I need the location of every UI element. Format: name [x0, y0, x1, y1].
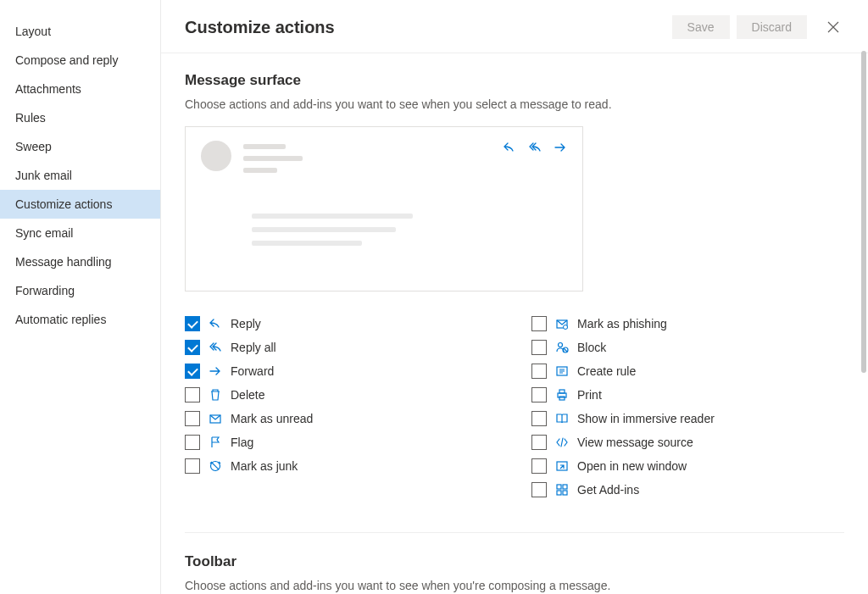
main-panel: Customize actions Save Discard Message s…: [161, 0, 868, 594]
avatar: [201, 141, 231, 171]
close-button[interactable]: [822, 16, 844, 38]
section-title-surface: Message surface: [185, 72, 844, 89]
option-flag: Flag: [185, 430, 498, 454]
options-col-right: Mark as phishingBlockCreate rulePrintSho…: [531, 312, 844, 502]
save-button[interactable]: Save: [672, 15, 730, 39]
reply-all-icon: [528, 141, 542, 154]
rule-icon: [555, 364, 569, 378]
svg-rect-10: [557, 462, 567, 470]
checkbox-forward[interactable]: [185, 364, 200, 379]
junk-icon: [209, 459, 222, 473]
option-label: Open in new window: [577, 459, 687, 473]
sidebar-item-sync-email[interactable]: Sync email: [0, 219, 160, 247]
option-label: Show in immersive reader: [577, 412, 715, 425]
checkbox-view-message-source[interactable]: [531, 435, 547, 450]
sidebar-item-layout[interactable]: Layout: [0, 17, 160, 46]
sidebar-item-attachments[interactable]: Attachments: [0, 75, 160, 103]
options-col-left: ReplyReply allForwardDeleteMark as unrea…: [185, 312, 498, 502]
preview-header-lines: [243, 144, 303, 180]
sidebar-item-junk-email[interactable]: Junk email: [0, 161, 160, 190]
svg-rect-11: [557, 485, 561, 489]
forward-icon: [554, 141, 567, 154]
option-label: Block: [577, 341, 606, 354]
checkbox-block[interactable]: [531, 340, 547, 355]
reply-all-icon: [209, 341, 222, 354]
option-delete: Delete: [185, 383, 498, 407]
svg-point-3: [564, 325, 568, 330]
discard-button[interactable]: Discard: [737, 15, 807, 39]
sidebar: LayoutCompose and replyAttachmentsRulesS…: [0, 0, 161, 594]
option-label: Reply all: [231, 341, 276, 354]
delete-icon: [209, 388, 222, 402]
reply-icon: [209, 317, 222, 330]
page-title: Customize actions: [185, 18, 665, 37]
print-icon: [555, 388, 569, 402]
checkbox-show-in-immersive-reader[interactable]: [531, 411, 547, 426]
option-forward: Forward: [185, 359, 498, 383]
checkbox-delete[interactable]: [185, 387, 200, 402]
section-title-toolbar: Toolbar: [185, 553, 844, 570]
option-label: Flag: [231, 436, 253, 449]
option-label: Forward: [231, 364, 274, 378]
close-icon: [827, 21, 839, 33]
option-mark-as-phishing: Mark as phishing: [531, 312, 844, 336]
checkbox-reply-all[interactable]: [185, 340, 200, 355]
checkbox-get-add-ins[interactable]: [531, 482, 547, 497]
preview-actions: [503, 141, 567, 154]
scrollbar[interactable]: [861, 51, 866, 390]
svg-rect-13: [557, 491, 561, 495]
sidebar-item-automatic-replies[interactable]: Automatic replies: [0, 305, 160, 334]
option-label: Mark as junk: [231, 459, 298, 473]
option-label: View message source: [577, 436, 693, 449]
checkbox-print[interactable]: [531, 387, 547, 402]
option-view-message-source: View message source: [531, 430, 844, 454]
option-get-add-ins: Get Add-ins: [531, 478, 844, 502]
addins-icon: [555, 483, 569, 497]
section-desc-surface: Choose actions and add-ins you want to s…: [185, 97, 844, 111]
option-block: Block: [531, 336, 844, 359]
checkbox-reply[interactable]: [185, 316, 200, 331]
flag-icon: [209, 436, 222, 449]
option-mark-as-junk: Mark as junk: [185, 454, 498, 478]
svg-point-4: [559, 343, 563, 347]
option-reply: Reply: [185, 312, 498, 336]
option-label: Create rule: [577, 364, 636, 378]
surface-options: ReplyReply allForwardDeleteMark as unrea…: [185, 312, 844, 502]
content: Message surface Choose actions and add-i…: [161, 53, 868, 594]
sidebar-item-forwarding[interactable]: Forwarding: [0, 276, 160, 305]
checkbox-flag[interactable]: [185, 435, 200, 450]
forward-icon: [209, 364, 222, 378]
option-label: Print: [577, 388, 602, 402]
checkbox-mark-as-junk[interactable]: [185, 458, 200, 474]
option-create-rule: Create rule: [531, 359, 844, 383]
scrollbar-thumb[interactable]: [861, 51, 866, 373]
sidebar-item-message-handling[interactable]: Message handling: [0, 247, 160, 276]
svg-rect-14: [563, 491, 567, 495]
option-label: Mark as phishing: [577, 317, 667, 330]
section-desc-toolbar: Choose actions and add-ins you want to s…: [185, 579, 844, 592]
checkbox-mark-as-phishing[interactable]: [531, 316, 547, 331]
preview-body-lines: [252, 214, 567, 246]
mail-icon: [209, 412, 222, 425]
sidebar-item-customize-actions[interactable]: Customize actions: [0, 190, 160, 219]
option-label: Delete: [231, 388, 264, 402]
checkbox-mark-as-unread[interactable]: [185, 411, 200, 426]
checkbox-open-in-new-window[interactable]: [531, 458, 547, 474]
sidebar-item-compose-and-reply[interactable]: Compose and reply: [0, 46, 160, 75]
option-open-in-new-window: Open in new window: [531, 454, 844, 478]
divider: [185, 532, 844, 533]
option-label: Reply: [231, 317, 261, 330]
message-preview: [185, 126, 583, 291]
block-icon: [555, 341, 569, 354]
option-label: Get Add-ins: [577, 483, 639, 497]
window-icon: [555, 459, 569, 473]
option-print: Print: [531, 383, 844, 407]
option-reply-all: Reply all: [185, 336, 498, 359]
sidebar-item-sweep[interactable]: Sweep: [0, 132, 160, 161]
sidebar-item-rules[interactable]: Rules: [0, 103, 160, 132]
reader-icon: [555, 412, 569, 425]
checkbox-create-rule[interactable]: [531, 364, 547, 379]
reply-icon: [503, 141, 516, 154]
option-show-in-immersive-reader: Show in immersive reader: [531, 407, 844, 430]
option-label: Mark as unread: [231, 412, 313, 425]
